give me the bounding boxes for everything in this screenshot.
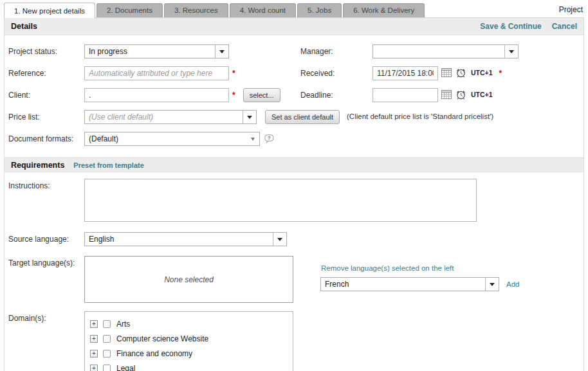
chevron-down-icon <box>219 50 225 53</box>
received-timezone: UTC+1 <box>471 66 493 77</box>
domain-item: + Finance and economy <box>90 346 288 361</box>
project-status-select[interactable]: In progress <box>84 44 229 59</box>
project-status-label: Project status: <box>5 44 84 56</box>
expand-plus-icon[interactable]: + <box>90 320 98 328</box>
reference-input[interactable] <box>84 66 229 80</box>
domain-checkbox[interactable] <box>103 365 111 371</box>
clock-icon[interactable] <box>455 89 466 100</box>
client-input[interactable] <box>84 88 229 102</box>
required-asterisk: * <box>499 66 502 78</box>
tab-jobs[interactable]: 5. Jobs <box>297 3 342 17</box>
source-language-value: English <box>85 233 273 246</box>
field-manager: Manager: <box>297 44 583 59</box>
price-list-dropdown-button[interactable] <box>243 111 256 123</box>
add-language-row: French Add <box>320 277 519 291</box>
domains-label: Domain(s): <box>5 311 84 323</box>
details-actions: Save & Continue Cancel <box>480 22 577 31</box>
set-client-default-button[interactable]: Set as client default <box>265 110 340 124</box>
requirements-form: Instructions: Source language: English T… <box>5 172 583 371</box>
domain-label: Arts <box>116 320 130 329</box>
domain-checkbox[interactable] <box>103 320 111 328</box>
source-language-dropdown-button[interactable] <box>273 233 286 246</box>
document-formats-select[interactable]: (Default) <box>84 132 260 146</box>
document-formats-value: (Default) <box>85 132 246 145</box>
target-languages-controls: Remove language(s) selected on the left … <box>320 256 519 291</box>
required-asterisk: * <box>232 66 235 78</box>
requirements-section-header: Requirements Preset from template <box>5 158 583 172</box>
domain-checkbox[interactable] <box>103 350 111 357</box>
project-status-dropdown-button[interactable] <box>215 45 228 58</box>
manager-select[interactable] <box>372 44 519 59</box>
tab-word-count[interactable]: 4. Word count <box>230 3 296 17</box>
domain-item: + Computer science Website <box>90 331 288 346</box>
expand-plus-icon[interactable]: + <box>90 350 98 357</box>
price-list-select[interactable]: (Use client default) <box>84 110 257 124</box>
remove-languages-link[interactable]: Remove language(s) selected on the left <box>321 264 454 272</box>
row-instructions: Instructions: <box>5 179 583 222</box>
reference-label: Reference: <box>5 66 84 78</box>
expand-plus-icon[interactable]: + <box>90 335 98 343</box>
save-continue-button[interactable]: Save & Continue <box>480 22 541 31</box>
chevron-down-icon <box>247 116 252 119</box>
add-language-link[interactable]: Add <box>506 280 519 288</box>
row-target-languages: Target language(s): None selected Remove… <box>5 256 583 303</box>
domain-checkbox[interactable] <box>103 335 111 343</box>
project-editor: 1. New project details 2. Documents 3. R… <box>4 0 584 371</box>
client-label: Client: <box>5 88 84 100</box>
row-source-language: Source language: English <box>5 232 583 246</box>
document-formats-dropdown-button[interactable] <box>246 132 259 145</box>
chevron-down-icon <box>277 238 282 241</box>
instructions-textarea[interactable] <box>84 179 477 222</box>
field-project-status: Project status: In progress <box>5 44 297 59</box>
tab-documents[interactable]: 2. Documents <box>96 3 163 17</box>
details-section-header: Details Save & Continue Cancel <box>5 17 583 35</box>
price-list-value: (Use client default) <box>85 111 243 123</box>
help-icon[interactable]: ? <box>264 134 274 143</box>
instructions-label: Instructions: <box>5 179 84 190</box>
row-document-formats: Document formats: (Default) ? <box>5 132 583 146</box>
target-languages-empty-text: None selected <box>164 275 214 284</box>
deadline-datetime-group: UTC+1 <box>372 88 493 102</box>
chevron-down-icon <box>490 283 495 286</box>
calendar-icon[interactable] <box>441 68 452 78</box>
calendar-icon[interactable] <box>441 89 452 100</box>
client-default-note: (Client default price list is 'Standard … <box>347 110 493 120</box>
target-languages-label: Target language(s): <box>5 256 84 267</box>
row-client-deadline: Client: * select... Deadline: <box>5 88 583 102</box>
tab-resources[interactable]: 3. Resources <box>164 3 228 17</box>
row-status-manager: Project status: In progress Manager: <box>5 44 583 59</box>
field-deadline: Deadline: UTC+1 <box>297 88 583 102</box>
chevron-down-icon <box>509 50 514 53</box>
field-reference: Reference: * <box>5 66 297 80</box>
client-select-button[interactable]: select... <box>243 88 280 102</box>
document-formats-label: Document formats: <box>5 132 84 143</box>
row-reference-received: Reference: * Received: UTC+1 <box>5 66 583 80</box>
row-domains: Domain(s): + Arts + Computer science Web… <box>5 311 583 371</box>
deadline-timezone: UTC+1 <box>471 88 493 98</box>
cancel-button[interactable]: Cancel <box>552 22 577 31</box>
received-input[interactable] <box>372 66 438 80</box>
add-language-select[interactable]: French <box>320 277 499 291</box>
domain-item: + Legal <box>90 361 288 371</box>
received-datetime-group: UTC+1 * <box>372 66 502 80</box>
expand-plus-icon[interactable]: + <box>90 365 98 371</box>
price-list-label: Price list: <box>5 110 84 122</box>
preset-from-template-link[interactable]: Preset from template <box>73 161 143 169</box>
tab-new-project-details[interactable]: 1. New project details <box>4 3 95 18</box>
domain-label: Legal <box>116 364 135 371</box>
domains-tree: + Arts + Computer science Website + Fina… <box>84 311 293 371</box>
manager-dropdown-button[interactable] <box>504 45 518 58</box>
clock-icon[interactable] <box>455 68 466 78</box>
field-received: Received: UTC+1 * <box>297 66 583 80</box>
add-language-dropdown-button[interactable] <box>485 278 499 291</box>
deadline-input[interactable] <box>372 88 438 102</box>
row-price-list: Price list: (Use client default) Set as … <box>5 110 583 124</box>
source-language-select[interactable]: English <box>84 232 287 246</box>
svg-text:?: ? <box>268 135 271 141</box>
tab-bar: 1. New project details 2. Documents 3. R… <box>4 0 584 17</box>
tab-work-delivery[interactable]: 6. Work & Delivery <box>343 3 425 17</box>
source-language-label: Source language: <box>5 232 84 244</box>
field-client: Client: * select... <box>5 88 297 102</box>
target-languages-list[interactable]: None selected <box>84 256 293 303</box>
project-status-value: In progress <box>85 45 215 58</box>
